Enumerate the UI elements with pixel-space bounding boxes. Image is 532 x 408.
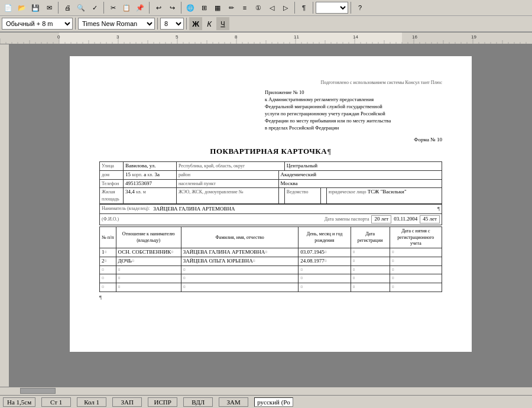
cell-dereg: ¤ xyxy=(390,248,442,257)
sep-6 xyxy=(313,2,313,14)
vozrast2: 45 лет xyxy=(420,215,440,224)
nasel-value-cell: Москва xyxy=(278,179,442,188)
cell-fio: ЗАЙЦЕВА ГАЛИНА АРТЕМОВНА¤ xyxy=(181,248,299,257)
passport-row: (Ф.И.О.) Дата замены паспорта 20 лет 03.… xyxy=(99,214,442,225)
cell-fio: ¤ xyxy=(181,274,299,283)
ruler-canvas xyxy=(0,33,532,44)
sep-8 xyxy=(75,18,76,30)
draw-table-button[interactable]: ✏ xyxy=(225,1,238,14)
pilcrow-title: ¶ xyxy=(327,147,332,156)
underline-button[interactable]: Ч xyxy=(216,17,229,30)
toolbar-area: 📄 📂 💾 ✉ 🖨 🔍 ✓ ✂ 📋 📌 ↩ ↪ 🌐 ⊞ ▦ ✏ ≡ ① ◁ ▷ … xyxy=(0,0,532,33)
copy-button[interactable]: 📋 xyxy=(120,1,133,14)
main-form-table: Улица Вавилова, ул. Республика, край, об… xyxy=(99,161,442,203)
appendix-line1: Приложение № 10 xyxy=(265,89,442,96)
table-row: ¤ ¤ ¤ ¤ ¤ ¤ xyxy=(100,274,442,283)
cell-dob: ¤ xyxy=(299,283,351,292)
help-button[interactable]: ? xyxy=(353,1,366,14)
cell-dob: 03.07.1945¤ xyxy=(299,248,351,257)
pilcrow-button[interactable]: ¶ xyxy=(297,1,310,14)
sep-2 xyxy=(103,2,104,14)
italic-button[interactable]: К xyxy=(203,17,216,30)
scrollbar-thumb[interactable] xyxy=(20,388,56,394)
sep-5 xyxy=(294,2,295,14)
cell-dereg: ¤ xyxy=(390,283,442,292)
document-title: ПОКВАРТИРНАЯ КАРТОЧКА¶ xyxy=(99,147,442,157)
jilpl-value-cell: 34,4 кв. м xyxy=(124,188,177,203)
open-button[interactable]: 📂 xyxy=(15,1,28,14)
cell-num: ¤ xyxy=(100,274,116,283)
style-select[interactable]: Обычный + 8 m xyxy=(2,18,73,30)
cell-relation: ДОЧЬ¤ xyxy=(116,257,181,265)
redo-button[interactable]: ↪ xyxy=(166,1,179,14)
sep-7 xyxy=(351,2,351,14)
table-row: ¤ ¤ ¤ ¤ ¤ ¤ xyxy=(100,283,442,292)
dom-label-cell: дом xyxy=(100,171,124,180)
table-button[interactable]: ⊞ xyxy=(197,1,210,14)
indent-more-button[interactable]: ▷ xyxy=(279,1,292,14)
indent-less-button[interactable]: ◁ xyxy=(265,1,278,14)
cell-dereg: ¤ xyxy=(390,257,442,265)
vedomstvo-label-cell: Ведомство xyxy=(284,188,320,203)
nanimat-label: Наниматель (владелец): xyxy=(102,206,150,212)
status-bar: На 1,5см Ст 1 Кол 1 ЗАП ИСПР ВДЛ ЗАМ рус… xyxy=(0,395,532,408)
cell-dob: ¤ xyxy=(299,274,351,283)
list-button[interactable]: ≡ xyxy=(238,1,251,14)
cut-button[interactable]: ✂ xyxy=(106,1,119,14)
new-button[interactable]: 📄 xyxy=(2,1,15,14)
cell-dereg: ¤ xyxy=(390,265,442,274)
document-area[interactable]: Подготовлено с использованием системы Ко… xyxy=(9,44,532,387)
final-pilcrow: ¶ xyxy=(99,294,442,302)
print-button[interactable]: 🖨 xyxy=(61,1,74,14)
status-col: Ст 1 xyxy=(41,397,71,407)
bold-button[interactable]: Ж xyxy=(189,17,202,30)
cell-reg: ¤ xyxy=(351,274,390,283)
pilcrow-nanimat: ¶ xyxy=(437,206,440,213)
cols-button[interactable]: ▦ xyxy=(211,1,224,14)
residents-table: № п/п Отношение к нанимателю (владельцу)… xyxy=(99,226,442,292)
horizontal-scrollbar[interactable] xyxy=(0,387,532,395)
tel-value-cell: 4951353697 xyxy=(124,179,177,188)
rayon-value-cell: Академический xyxy=(278,171,442,180)
vedomstvo-value-cell xyxy=(321,188,327,203)
spellcheck-button[interactable]: ✓ xyxy=(88,1,101,14)
nasel-label-cell: населенный пункт xyxy=(177,179,279,188)
zoom-select[interactable]: 100% xyxy=(316,2,348,14)
cell-fio: ЗАЙЦЕВА ОЛЬГА ЮРЬЕВНА¤ xyxy=(181,257,299,265)
numbering-button[interactable]: ① xyxy=(252,1,265,14)
email-button[interactable]: ✉ xyxy=(43,1,56,14)
sep-10 xyxy=(186,18,187,30)
size-select[interactable]: 8 xyxy=(160,18,184,30)
sep-4 xyxy=(181,2,181,14)
cell-reg: ¤ xyxy=(351,283,390,292)
status-record: ЗАП xyxy=(112,397,142,407)
appendix-line2: к Административному регламенту предостав… xyxy=(265,96,442,103)
pasport-date: 03.11.2004 xyxy=(394,216,417,223)
undo-button[interactable]: ↩ xyxy=(152,1,165,14)
pasport-label: Дата замены паспорта xyxy=(325,216,369,222)
vertical-ruler xyxy=(0,44,9,387)
main-area: Подготовлено с использованием системы Ко… xyxy=(0,44,532,387)
cell-relation: ¤ xyxy=(116,283,181,292)
cell-num: 1¤ xyxy=(100,248,116,257)
ulitsa-value-cell: Вавилова, ул. xyxy=(124,162,177,171)
vozrast1: 20 лет xyxy=(371,215,391,224)
cell-reg: ¤ xyxy=(351,257,390,265)
save-button[interactable]: 💾 xyxy=(29,1,42,14)
paste-button[interactable]: 📌 xyxy=(134,1,147,14)
sep-1 xyxy=(58,2,59,14)
cell-fio: ¤ xyxy=(181,265,299,274)
jko-label-cell: ЖЭО, ЖСК, домоуправление № xyxy=(177,188,279,203)
sep-3 xyxy=(149,2,150,14)
region-label-cell: Республика, край, область, округ xyxy=(177,162,285,171)
font-select[interactable]: Times New Roman xyxy=(78,18,155,30)
cell-num: ¤ xyxy=(100,265,116,274)
cell-num: ¤ xyxy=(100,283,116,292)
appendix-line5: Федерации по месту прибывания или по мес… xyxy=(265,118,442,125)
rayon-label-cell: район xyxy=(177,171,279,180)
cell-reg: ¤ xyxy=(351,265,390,274)
cell-relation: ¤ xyxy=(116,265,181,274)
nanimateli-row: Наниматель (владелец): ЗАЙЦЕВА ГАЛИНА АР… xyxy=(99,204,442,215)
hyperlink-button[interactable]: 🌐 xyxy=(184,1,197,14)
preview-button[interactable]: 🔍 xyxy=(74,1,87,14)
